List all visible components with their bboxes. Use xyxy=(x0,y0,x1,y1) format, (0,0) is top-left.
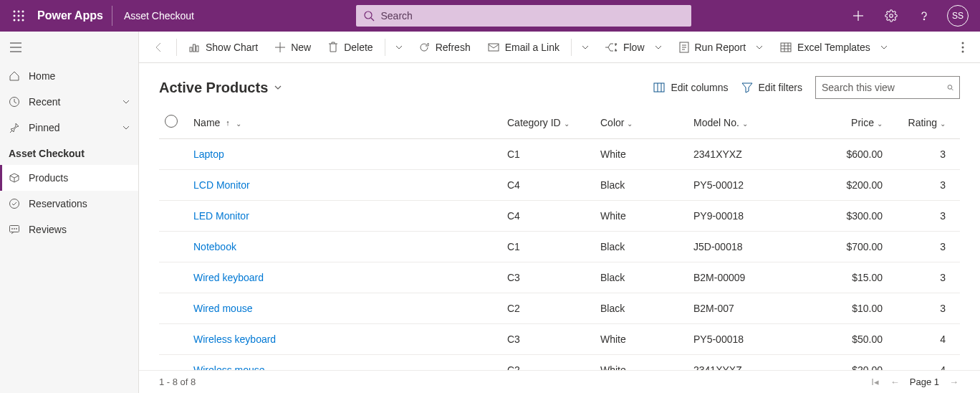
view-search[interactable] xyxy=(815,76,960,99)
product-link[interactable]: LED Monitor xyxy=(193,210,249,222)
svg-point-41 xyxy=(962,50,964,52)
chevron-down-icon xyxy=(123,124,130,131)
table-row[interactable]: LaptopC1White2341XYXZ$600.003 xyxy=(159,139,960,170)
column-header-name[interactable]: Name ↑ ⌄ xyxy=(188,106,501,139)
select-all-circle-icon xyxy=(165,115,178,128)
delete-split-button[interactable] xyxy=(390,32,408,63)
cell-color: Black xyxy=(595,232,688,262)
run-report-button[interactable]: Run Report xyxy=(672,32,771,63)
settings-button[interactable] xyxy=(875,0,907,32)
avatar-initials: SS xyxy=(952,11,964,21)
row-select-cell[interactable] xyxy=(159,355,188,371)
chevron-down-icon xyxy=(395,44,403,51)
row-select-cell[interactable] xyxy=(159,293,188,324)
sidebar-item-reservations[interactable]: Reservations xyxy=(0,191,138,217)
grid-container: Name ↑ ⌄ Category ID⌄ Color⌄ Model No.⌄ … xyxy=(139,106,980,370)
waffle-button[interactable] xyxy=(3,10,34,22)
cell-category: C2 xyxy=(501,355,595,371)
new-global-button[interactable] xyxy=(842,0,874,32)
cmd-label: Run Report xyxy=(695,42,746,53)
new-button[interactable]: New xyxy=(268,32,318,63)
product-link[interactable]: Laptop xyxy=(193,148,224,160)
column-header-model[interactable]: Model No.⌄ xyxy=(688,106,802,139)
cell-rating: 3 xyxy=(888,139,960,170)
edit-columns-button[interactable]: Edit columns xyxy=(653,82,728,93)
help-button[interactable] xyxy=(908,0,940,32)
svg-rect-29 xyxy=(489,44,499,51)
row-select-cell[interactable] xyxy=(159,262,188,293)
excel-templates-button[interactable]: Excel Templates xyxy=(773,32,895,63)
column-header-color[interactable]: Color⌄ xyxy=(595,106,688,139)
svg-point-4 xyxy=(18,15,20,17)
cell-category: C1 xyxy=(501,139,595,170)
sidebar-item-recent[interactable]: Recent xyxy=(0,89,138,115)
global-search[interactable] xyxy=(356,5,691,27)
avatar[interactable]: SS xyxy=(947,5,969,27)
product-link[interactable]: Wired keyboard xyxy=(193,272,264,283)
chevron-down-icon: ⌄ xyxy=(877,120,883,128)
table-row[interactable]: Wired keyboardC3BlackB2M-00009$15.003 xyxy=(159,262,960,293)
next-page-button[interactable]: → xyxy=(948,377,960,387)
table-row[interactable]: LED MonitorC4WhitePY9-00018$300.003 xyxy=(159,201,960,232)
chevron-down-icon xyxy=(880,44,888,51)
table-row[interactable]: Wireless mouseC2White2341XYXZ$20.004 xyxy=(159,355,960,371)
row-select-cell[interactable] xyxy=(159,139,188,170)
product-link[interactable]: Wireless keyboard xyxy=(193,333,276,345)
sidebar-item-home[interactable]: Home xyxy=(0,63,138,89)
table-row[interactable]: Wireless keyboardC3WhitePY5-00018$50.004 xyxy=(159,324,960,355)
product-link[interactable]: Notebook xyxy=(193,241,236,252)
sidebar-item-reviews[interactable]: Reviews xyxy=(0,217,138,242)
product-link[interactable]: LCD Monitor xyxy=(193,179,250,191)
email-link-button[interactable]: Email a Link xyxy=(481,32,567,63)
view-search-input[interactable] xyxy=(822,82,947,93)
svg-line-46 xyxy=(951,89,953,90)
clock-icon xyxy=(9,96,20,108)
email-split-button[interactable] xyxy=(576,32,595,63)
table-row[interactable]: Wired mouseC2BlackB2M-007$10.003 xyxy=(159,293,960,324)
chevron-down-icon xyxy=(582,44,589,51)
product-link[interactable]: Wireless mouse xyxy=(193,364,265,370)
delete-button[interactable]: Delete xyxy=(321,32,380,63)
row-select-cell[interactable] xyxy=(159,232,188,262)
flow-button[interactable]: Flow xyxy=(597,32,669,63)
chart-icon xyxy=(188,42,200,53)
prev-page-button[interactable]: ← xyxy=(889,377,901,387)
refresh-button[interactable]: Refresh xyxy=(411,32,478,63)
cell-rating: 3 xyxy=(888,201,960,232)
sidebar-item-products[interactable]: Products xyxy=(0,165,138,191)
global-search-input[interactable] xyxy=(380,10,684,22)
overflow-button[interactable] xyxy=(951,32,974,63)
help-icon xyxy=(918,10,930,22)
cell-category: C2 xyxy=(501,293,595,324)
column-header-category[interactable]: Category ID⌄ xyxy=(501,106,595,139)
top-bar: Power Apps Asset Checkout SS xyxy=(0,0,980,32)
sidebar-item-label: Reviews xyxy=(29,224,130,235)
cell-category: C4 xyxy=(501,170,595,201)
select-all-header[interactable] xyxy=(159,106,188,139)
svg-point-0 xyxy=(14,11,16,13)
column-header-rating[interactable]: Rating⌄ xyxy=(888,106,960,139)
table-row[interactable]: LCD MonitorC4BlackPY5-00012$200.003 xyxy=(159,170,960,201)
column-header-price[interactable]: Price⌄ xyxy=(802,106,888,139)
table-row[interactable]: NotebookC1BlackJ5D-00018$700.003 xyxy=(159,232,960,262)
first-page-button[interactable]: I◂ xyxy=(870,377,880,387)
row-select-cell[interactable] xyxy=(159,324,188,355)
edit-filters-button[interactable]: Edit filters xyxy=(741,82,802,93)
product-link[interactable]: Wired mouse xyxy=(193,303,252,314)
sidebar-item-pinned[interactable]: Pinned xyxy=(0,115,138,141)
sidebar-toggle[interactable] xyxy=(0,32,138,63)
cmd-label: Excel Templates xyxy=(797,42,870,53)
view-title-selector[interactable]: Active Products xyxy=(159,80,282,96)
show-chart-button[interactable]: Show Chart xyxy=(181,32,265,63)
chevron-down-icon: ⌄ xyxy=(236,120,241,128)
cell-price: $15.00 xyxy=(802,262,888,293)
row-select-cell[interactable] xyxy=(159,201,188,232)
chevron-down-icon: ⌄ xyxy=(742,120,748,128)
brand-label: Power Apps xyxy=(34,9,112,22)
back-arrow-icon xyxy=(153,42,165,53)
row-select-cell[interactable] xyxy=(159,170,188,201)
cell-model: PY5-00018 xyxy=(688,324,802,355)
view-header: Active Products Edit columns Edit filter… xyxy=(139,63,980,106)
grid-footer: 1 - 8 of 8 I◂ ← Page 1 → xyxy=(139,370,980,393)
back-button xyxy=(145,42,173,53)
